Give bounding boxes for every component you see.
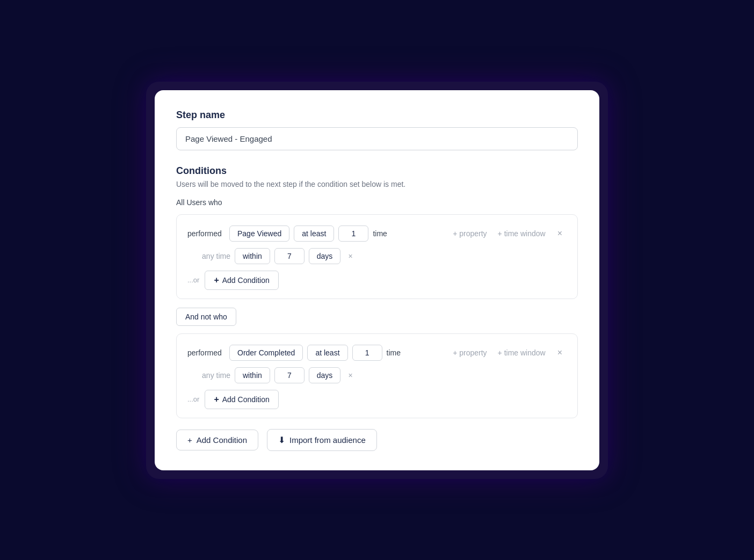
remove-time-filter-1[interactable]: × bbox=[345, 251, 356, 261]
plus-icon-2: + bbox=[214, 395, 219, 404]
time-label-2: time bbox=[387, 348, 401, 357]
within-btn-1[interactable]: within bbox=[235, 248, 270, 264]
or-add-row-2: ...or + Add Condition bbox=[187, 390, 567, 409]
all-users-label: All Users who bbox=[176, 198, 578, 207]
import-label: Import from audience bbox=[289, 435, 366, 445]
count-input-1[interactable] bbox=[338, 226, 368, 242]
any-time-label-1: any time bbox=[187, 252, 230, 260]
count-input-2[interactable] bbox=[352, 345, 382, 361]
condition-row-1: performed Page Viewed at least time + pr… bbox=[187, 226, 567, 242]
plus-icon-1: + bbox=[214, 275, 219, 285]
bottom-add-label: Add Condition bbox=[197, 435, 247, 445]
step-name-label: Step name bbox=[176, 110, 578, 121]
event-btn-2[interactable]: Order Completed bbox=[229, 345, 303, 361]
step-name-input[interactable] bbox=[176, 127, 578, 150]
bottom-actions: + Add Condition ⬇ Import from audience bbox=[176, 429, 578, 451]
bottom-plus-icon: + bbox=[187, 435, 192, 445]
or-label-2: ...or bbox=[187, 395, 199, 403]
add-condition-label-2: Add Condition bbox=[222, 395, 270, 404]
download-icon: ⬇ bbox=[278, 435, 285, 445]
performed-label-2: performed bbox=[187, 348, 225, 357]
property-link-1[interactable]: + property bbox=[450, 227, 490, 240]
outer-container: Step name Conditions Users will be moved… bbox=[146, 82, 608, 479]
remove-condition-2[interactable]: × bbox=[553, 346, 567, 360]
event-btn-1[interactable]: Page Viewed bbox=[229, 226, 289, 242]
time-window-link-2[interactable]: + time window bbox=[495, 346, 549, 359]
bottom-add-condition-btn[interactable]: + Add Condition bbox=[176, 430, 258, 450]
add-condition-btn-1[interactable]: + Add Condition bbox=[205, 271, 278, 290]
frequency-btn-1[interactable]: at least bbox=[294, 226, 334, 242]
performed-label-1: performed bbox=[187, 229, 225, 238]
condition-block-1: performed Page Viewed at least time + pr… bbox=[176, 214, 578, 299]
days-btn-1[interactable]: days bbox=[309, 248, 341, 264]
condition-time-row-1: any time within days × bbox=[187, 248, 567, 264]
days-count-input-2[interactable] bbox=[274, 367, 305, 383]
any-time-label-2: any time bbox=[187, 371, 230, 380]
time-label-1: time bbox=[373, 229, 387, 238]
import-audience-btn[interactable]: ⬇ Import from audience bbox=[267, 429, 377, 451]
within-btn-2[interactable]: within bbox=[235, 367, 270, 383]
condition-row-2: performed Order Completed at least time … bbox=[187, 345, 567, 361]
frequency-btn-2[interactable]: at least bbox=[307, 345, 347, 361]
conditions-title: Conditions bbox=[176, 165, 578, 177]
time-window-link-1[interactable]: + time window bbox=[495, 227, 549, 240]
remove-condition-1[interactable]: × bbox=[553, 227, 567, 241]
days-count-input-1[interactable] bbox=[274, 248, 305, 264]
conditions-description: Users will be moved to the next step if … bbox=[176, 180, 578, 188]
add-condition-label-1: Add Condition bbox=[222, 276, 270, 285]
remove-time-filter-2[interactable]: × bbox=[345, 370, 356, 381]
property-link-2[interactable]: + property bbox=[450, 346, 490, 359]
add-condition-btn-2[interactable]: + Add Condition bbox=[205, 390, 278, 409]
and-not-who-btn[interactable]: And not who bbox=[176, 308, 236, 326]
days-btn-2[interactable]: days bbox=[309, 367, 341, 383]
or-label-1: ...or bbox=[187, 276, 199, 284]
condition-time-row-2: any time within days × bbox=[187, 367, 567, 383]
condition-block-2: performed Order Completed at least time … bbox=[176, 333, 578, 418]
card: Step name Conditions Users will be moved… bbox=[155, 90, 599, 470]
or-add-row-1: ...or + Add Condition bbox=[187, 271, 567, 290]
